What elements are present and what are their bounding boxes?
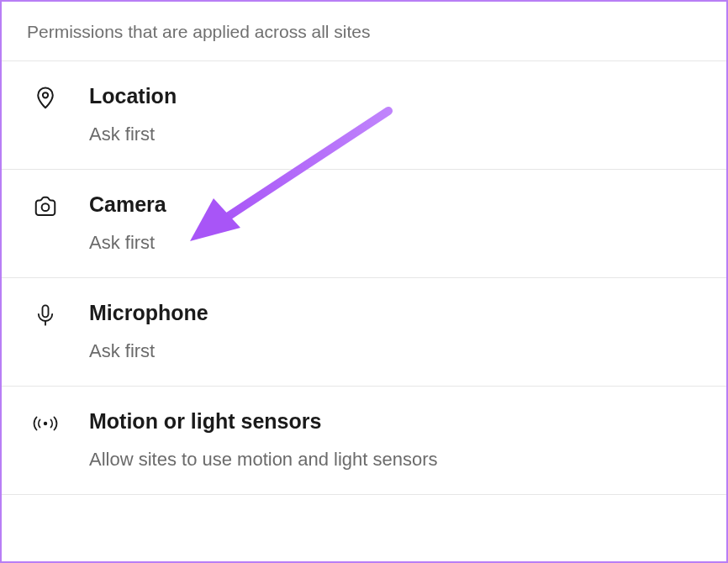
permission-content: Camera Ask first [89, 192, 166, 254]
permission-title: Microphone [89, 300, 208, 325]
permission-title: Camera [89, 192, 166, 217]
permissions-description: Permissions that are applied across all … [27, 22, 701, 42]
camera-icon [32, 193, 59, 220]
microphone-icon [32, 302, 59, 329]
permission-item-microphone[interactable]: Microphone Ask first [2, 278, 726, 387]
svg-point-4 [44, 422, 47, 425]
permission-subtitle: Allow sites to use motion and light sens… [89, 449, 438, 471]
permission-content: Motion or light sensors Allow sites to u… [89, 408, 438, 471]
permission-content: Location Ask first [89, 83, 177, 145]
permission-content: Microphone Ask first [89, 300, 208, 362]
permission-title: Motion or light sensors [89, 408, 438, 434]
permission-item-motion-sensors[interactable]: Motion or light sensors Allow sites to u… [2, 387, 726, 495]
permission-subtitle: Ask first [89, 232, 166, 254]
svg-point-1 [42, 203, 50, 211]
location-icon [32, 85, 59, 112]
permission-subtitle: Ask first [89, 124, 177, 145]
svg-rect-2 [43, 305, 49, 317]
permission-item-location[interactable]: Location Ask first [2, 61, 726, 170]
permissions-panel: Permissions that are applied across all … [0, 0, 728, 563]
permissions-header: Permissions that are applied across all … [2, 2, 726, 61]
svg-point-0 [43, 92, 48, 97]
motion-sensor-icon [32, 410, 59, 437]
permission-item-camera[interactable]: Camera Ask first [2, 170, 726, 278]
permission-title: Location [89, 83, 177, 108]
permission-subtitle: Ask first [89, 340, 208, 362]
